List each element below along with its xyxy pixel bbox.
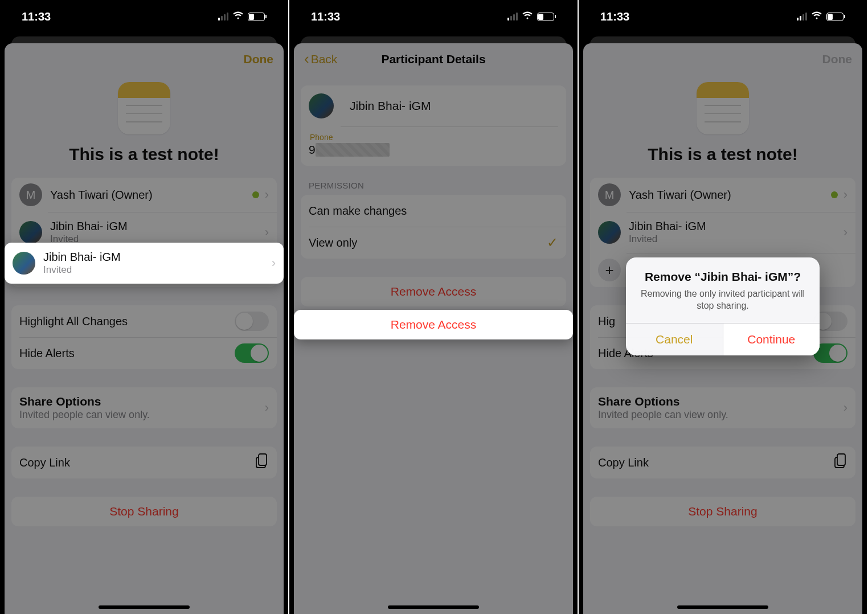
- share-sheet: Done This is a test note! M Yash Tiwari …: [5, 43, 284, 614]
- wifi-icon: [522, 11, 533, 22]
- remove-access-button-dimmed[interactable]: Remove Access: [301, 277, 566, 306]
- phone-masked: XXXXXXXXX: [316, 143, 390, 157]
- participant-row-highlighted[interactable]: Jibin Bhai- iGM Invited ›: [5, 243, 284, 284]
- owner-name: Yash Tiwari (Owner): [50, 189, 252, 202]
- cellular-signal-icon: [218, 13, 228, 21]
- home-indicator: [99, 605, 190, 609]
- chevron-right-icon: ›: [265, 187, 269, 202]
- status-time: 11:33: [311, 10, 340, 23]
- status-icons: 35: [507, 11, 556, 22]
- permission-can-make-changes[interactable]: Can make changes: [301, 195, 566, 227]
- alert-backdrop: Remove “Jibin Bhai- iGM”? Removing the o…: [579, 33, 867, 614]
- phone-field-label: Phone: [310, 133, 558, 142]
- remove-access-group: Remove Access: [301, 277, 566, 306]
- battery-icon: 35: [826, 13, 845, 21]
- notes-app-icon: [118, 82, 170, 134]
- status-bar: 11:33 35: [289, 0, 578, 33]
- share-options-group: Share Options Invited people can view on…: [11, 387, 277, 428]
- avatar: [13, 252, 35, 275]
- phone-prefix: 9: [309, 143, 316, 156]
- share-options-sub: Invited people can view only.: [19, 409, 265, 421]
- chevron-right-icon: ›: [265, 225, 269, 240]
- copy-link-group: Copy Link: [11, 447, 277, 478]
- share-options-row[interactable]: Share Options Invited people can view on…: [11, 387, 277, 428]
- can-make-changes-label: Can make changes: [309, 204, 558, 218]
- cellular-signal-icon: [797, 13, 807, 21]
- note-title: This is a test note!: [5, 145, 284, 178]
- copy-icon: [255, 453, 269, 472]
- status-bar: 11:33 35: [0, 0, 288, 33]
- chevron-right-icon: ›: [265, 400, 269, 415]
- remove-access-label: Remove Access: [309, 285, 558, 298]
- wifi-icon: [811, 11, 822, 22]
- cellular-signal-icon: [507, 13, 518, 21]
- presence-dot-icon: [252, 191, 259, 198]
- participant-name: Jibin Bhai- iGM: [350, 99, 431, 113]
- status-icons: 35: [218, 11, 267, 22]
- alert-cancel-button[interactable]: Cancel: [626, 324, 723, 355]
- chevron-right-icon: ›: [272, 256, 276, 271]
- status-bar: 11:33 35: [579, 0, 867, 33]
- hide-alerts-label: Hide Alerts: [19, 347, 235, 360]
- copy-link-row[interactable]: Copy Link: [11, 447, 277, 478]
- permission-section-label: PERMISSION: [309, 181, 558, 190]
- participant-card: Jibin Bhai- iGM Phone 9XXXXXXXXX: [301, 85, 566, 166]
- remove-access-label: Remove Access: [302, 318, 565, 331]
- permission-view-only[interactable]: View only ✓: [301, 227, 566, 259]
- view-only-label: View only: [309, 236, 547, 249]
- svg-rect-0: [259, 454, 267, 465]
- copy-link-label: Copy Link: [19, 456, 255, 469]
- status-time: 11:33: [22, 10, 51, 23]
- phone-number: 9XXXXXXXXX: [309, 143, 558, 157]
- remove-participant-alert: Remove “Jibin Bhai- iGM”? Removing the o…: [626, 257, 820, 356]
- chevron-left-icon: ‹: [304, 50, 309, 68]
- participant-status: Invited: [43, 264, 272, 276]
- highlight-changes-label: Highlight All Changes: [19, 315, 235, 328]
- home-indicator: [388, 605, 479, 609]
- home-indicator: [677, 605, 768, 609]
- battery-icon: 35: [248, 13, 267, 21]
- owner-row[interactable]: M Yash Tiwari (Owner) ›: [11, 178, 277, 212]
- permission-group: Can make changes View only ✓: [301, 195, 566, 259]
- participant-name: Jibin Bhai- iGM: [50, 220, 265, 233]
- alert-title: Remove “Jibin Bhai- iGM”?: [638, 270, 807, 284]
- stop-sharing-label: Stop Sharing: [19, 505, 269, 518]
- highlight-changes-row: Highlight All Changes: [11, 305, 277, 337]
- battery-icon: 35: [537, 13, 556, 21]
- stop-sharing-group: Stop Sharing: [11, 497, 277, 526]
- hide-alerts-row: Hide Alerts: [11, 337, 277, 369]
- checkmark-icon: ✓: [547, 235, 558, 251]
- avatar: M: [19, 183, 42, 206]
- remove-access-button[interactable]: Remove Access: [294, 310, 573, 339]
- alert-message: Removing the only invited participant wi…: [638, 288, 807, 312]
- highlight-changes-toggle[interactable]: [235, 312, 269, 331]
- wifi-icon: [232, 11, 244, 22]
- share-options-title: Share Options: [19, 395, 265, 408]
- stop-sharing-button[interactable]: Stop Sharing: [11, 497, 277, 526]
- status-icons: 35: [797, 11, 845, 22]
- participant-name: Jibin Bhai- iGM: [43, 251, 272, 264]
- done-button[interactable]: Done: [244, 52, 274, 66]
- alert-continue-button[interactable]: Continue: [723, 324, 820, 355]
- status-time: 11:33: [600, 10, 629, 23]
- settings-group: Highlight All Changes Hide Alerts: [11, 305, 277, 369]
- back-button[interactable]: ‹Back: [304, 51, 337, 68]
- back-label: Back: [311, 52, 338, 66]
- hide-alerts-toggle[interactable]: [235, 343, 269, 363]
- avatar: [309, 93, 334, 118]
- avatar: [19, 221, 42, 244]
